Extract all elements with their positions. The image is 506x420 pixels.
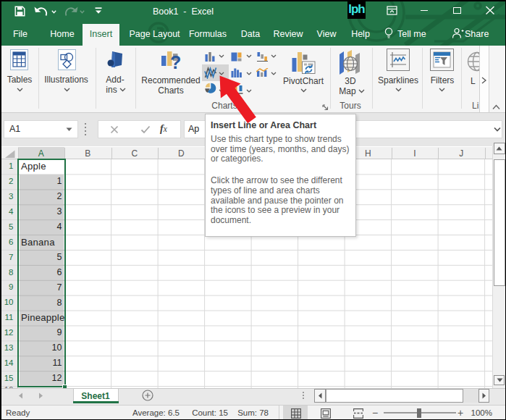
svg-text:?: ?: [170, 52, 181, 72]
